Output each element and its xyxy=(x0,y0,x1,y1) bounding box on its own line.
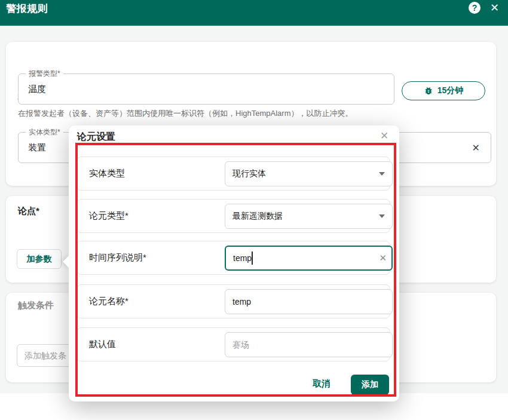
arguments-heading: 论点* xyxy=(18,206,39,217)
argument-type-select[interactable]: 最新遥测数据 xyxy=(225,204,393,229)
schedule-duration-label: 15分钟 xyxy=(437,85,464,96)
modal-row-default-value: 默认值 xyxy=(76,327,390,361)
argument-settings-modal: 论元设置 ✕ 实体类型 现行实体 论元类型* 最新遥测数据 时间序列说明* ✕ xyxy=(69,125,399,401)
chevron-down-icon xyxy=(379,214,385,218)
alarm-rule-dialog: 警报规则 ? ✕ 概述 报警类型* 温度 15分钟 在报警发起者（设备、资产等）… xyxy=(0,0,508,420)
default-value-input[interactable] xyxy=(225,332,393,357)
select-value: 现行实体 xyxy=(232,168,379,179)
argument-name-input[interactable] xyxy=(225,289,393,314)
schedule-duration-button[interactable]: 15分钟 xyxy=(402,81,485,100)
row-label: 实体类型 xyxy=(89,157,125,190)
row-label: 论元名称* xyxy=(89,285,128,318)
modal-add-button[interactable]: 添加 xyxy=(351,375,389,395)
dialog-titlebar: 警报规则 ? ✕ xyxy=(0,0,508,26)
modal-cancel-button[interactable]: 取消 xyxy=(313,378,330,390)
modal-row-argument-name: 论元名称* xyxy=(76,284,390,318)
row-label: 论元类型* xyxy=(89,200,128,232)
modal-close-icon[interactable]: ✕ xyxy=(380,130,388,142)
row-label: 时间序列说明* xyxy=(89,241,146,274)
page-title: 警报规则 xyxy=(6,2,48,16)
row-label: 默认值 xyxy=(89,328,116,361)
close-icon[interactable]: ✕ xyxy=(490,1,499,14)
alarm-type-field[interactable]: 报警类型* 温度 xyxy=(18,73,394,105)
timeseries-key-input[interactable] xyxy=(225,246,393,271)
alarm-type-value: 温度 xyxy=(28,74,46,104)
trigger-heading: 触发条件 xyxy=(18,300,54,311)
add-parameter-label: 加参数 xyxy=(27,254,52,265)
bug-icon xyxy=(424,86,433,96)
modal-row-argument-type: 论元类型* 最新遥测数据 xyxy=(76,199,390,233)
argument-name-input-wrap xyxy=(225,289,393,314)
select-value: 最新遥测数据 xyxy=(232,211,379,222)
modal-row-timeseries-key: 时间序列说明* ✕ xyxy=(76,241,390,275)
add-parameter-button[interactable]: 加参数 xyxy=(17,249,62,269)
modal-row-entity-type: 实体类型 现行实体 xyxy=(76,157,390,191)
entity-type-value: 装置 xyxy=(28,133,46,163)
entity-type-select[interactable]: 现行实体 xyxy=(225,161,393,186)
clear-icon[interactable]: ✕ xyxy=(472,142,480,154)
default-value-input-wrap xyxy=(225,332,393,357)
clear-icon[interactable]: ✕ xyxy=(379,253,387,263)
alarm-type-hint: 在报警发起者（设备、资产等）范围内使用唯一标识符（例如，HighTempAlar… xyxy=(18,108,400,119)
modal-title: 论元设置 xyxy=(77,131,115,143)
help-icon[interactable]: ? xyxy=(469,2,481,14)
chevron-down-icon xyxy=(379,172,385,176)
timeseries-key-input-wrap: ✕ xyxy=(225,246,393,271)
text-cursor xyxy=(252,252,253,265)
